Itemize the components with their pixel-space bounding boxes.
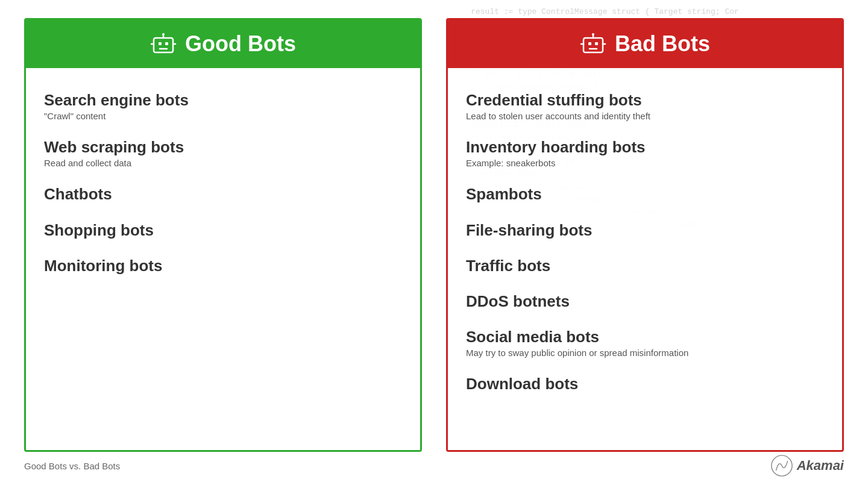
bad-bot-item-title: File-sharing bots (466, 221, 824, 240)
good-bot-item-title: Chatbots (44, 185, 402, 204)
bad-bot-item: File-sharing bots (466, 213, 824, 248)
bad-bot-item-subtitle: Lead to stolen user accounts and identit… (466, 111, 824, 121)
good-bot-item-title: Search engine bots (44, 91, 402, 110)
bad-bot-item-title: Traffic bots (466, 257, 824, 275)
akamai-logo: Akamai (770, 454, 844, 477)
svg-rect-1 (159, 42, 162, 45)
good-bot-item: Monitoring bots (44, 248, 402, 284)
svg-rect-8 (583, 38, 603, 52)
svg-rect-0 (154, 38, 173, 52)
good-bot-item-subtitle: "Crawl" content (44, 111, 402, 121)
svg-rect-9 (588, 42, 591, 45)
good-bot-item-title: Shopping bots (44, 221, 402, 240)
good-bots-header: Good Bots (26, 20, 420, 68)
svg-point-5 (162, 33, 165, 36)
good-bot-item: Shopping bots (44, 213, 402, 248)
bad-bot-item: Download bots (466, 366, 824, 402)
bad-bot-item: DDoS botnets (466, 284, 824, 319)
svg-rect-10 (595, 42, 598, 45)
akamai-brand-name: Akamai (797, 458, 844, 474)
bad-bot-item-subtitle: Example: sneakerbots (466, 158, 824, 168)
good-bot-item: Web scraping botsRead and collect data (44, 130, 402, 177)
bad-bot-icon (580, 31, 606, 57)
bad-bots-card: Bad Bots Credential stuffing botsLead to… (446, 18, 844, 452)
bad-bot-item: Credential stuffing botsLead to stolen u… (466, 83, 824, 130)
bad-bot-item-title: Inventory hoarding bots (466, 138, 824, 157)
bad-bot-item-title: Spambots (466, 185, 824, 204)
good-bots-card: Good Bots Search engine bots"Crawl" cont… (24, 18, 422, 452)
bad-bot-item-title: Credential stuffing bots (466, 91, 824, 110)
footer-label: Good Bots vs. Bad Bots (24, 461, 120, 471)
good-bot-item: Search engine bots"Crawl" content (44, 83, 402, 130)
bad-bot-item-title: Download bots (466, 375, 824, 393)
bad-bot-item: Traffic bots (466, 248, 824, 284)
good-bot-item-title: Web scraping bots (44, 138, 402, 157)
bad-bot-item-title: DDoS botnets (466, 292, 824, 311)
good-bot-item-subtitle: Read and collect data (44, 158, 402, 168)
good-bot-item-title: Monitoring bots (44, 257, 402, 275)
svg-rect-2 (165, 42, 168, 45)
main-container: Good Bots Search engine bots"Crawl" cont… (0, 0, 868, 488)
bad-bots-body: Credential stuffing botsLead to stolen u… (448, 68, 842, 417)
bad-bot-item-subtitle: May try to sway public opinion or spread… (466, 348, 824, 358)
akamai-icon (770, 454, 793, 477)
good-bots-title: Good Bots (185, 31, 296, 57)
bad-bot-item: Inventory hoarding botsExample: sneakerb… (466, 130, 824, 177)
bad-bots-title: Bad Bots (615, 31, 710, 57)
bad-bot-item-title: Social media bots (466, 328, 824, 346)
svg-point-13 (592, 33, 594, 36)
bad-bots-header: Bad Bots (448, 20, 842, 68)
bad-bot-item: Social media botsMay try to sway public … (466, 319, 824, 366)
good-bot-item: Chatbots (44, 177, 402, 212)
good-bots-body: Search engine bots"Crawl" contentWeb scr… (26, 68, 420, 298)
bad-bot-item: Spambots (466, 177, 824, 212)
footer: Good Bots vs. Bad Bots Akamai (24, 454, 844, 477)
good-bot-icon (150, 31, 177, 57)
